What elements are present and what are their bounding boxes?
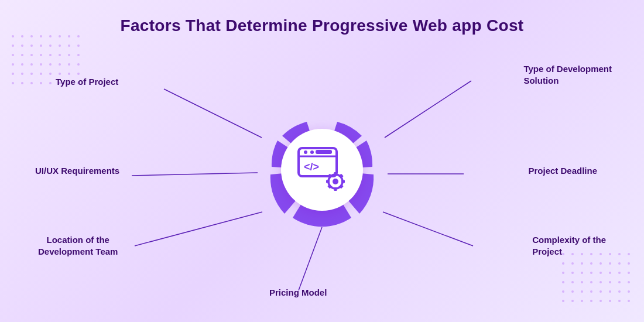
dot-pattern-bottom-right: const br = document.querySelector('.dot-… [562, 253, 632, 304]
label-uiux: UI/UX Requirements [35, 165, 119, 177]
svg-line-5 [299, 227, 322, 290]
label-type-of-project: Type of Project [56, 76, 118, 88]
label-type-of-development-text: Type of Development Solution [523, 64, 612, 85]
svg-rect-17 [326, 180, 330, 183]
label-location-text: Location of the Development Team [38, 235, 118, 256]
label-type-of-development: Type of Development Solution [523, 63, 612, 86]
label-complexity: Complexity of the Project [532, 234, 606, 257]
svg-point-14 [333, 179, 338, 184]
label-complexity-text: Complexity of the Project [532, 235, 606, 256]
label-pricing: Pricing Model [269, 287, 327, 299]
label-deadline: Project Deadline [528, 165, 597, 177]
svg-line-2 [132, 173, 258, 176]
svg-rect-15 [334, 172, 337, 176]
svg-line-6 [383, 212, 473, 246]
svg-line-0 [164, 89, 262, 138]
svg-point-9 [304, 150, 307, 154]
label-location: Location of the Development Team [38, 234, 118, 257]
svg-rect-11 [316, 150, 332, 154]
web-dev-icon: </> [296, 143, 348, 196]
svg-text:</>: </> [304, 161, 319, 173]
svg-point-10 [310, 150, 314, 154]
page-title: Factors That Determine Progressive Web a… [0, 16, 644, 35]
svg-line-4 [135, 212, 262, 246]
svg-line-1 [385, 81, 471, 138]
svg-rect-22 [339, 174, 344, 179]
center-icon-container: </> [281, 129, 363, 211]
svg-rect-18 [341, 180, 345, 183]
svg-rect-19 [327, 174, 332, 179]
diagram-center: </> [258, 105, 386, 234]
svg-rect-16 [334, 187, 337, 191]
